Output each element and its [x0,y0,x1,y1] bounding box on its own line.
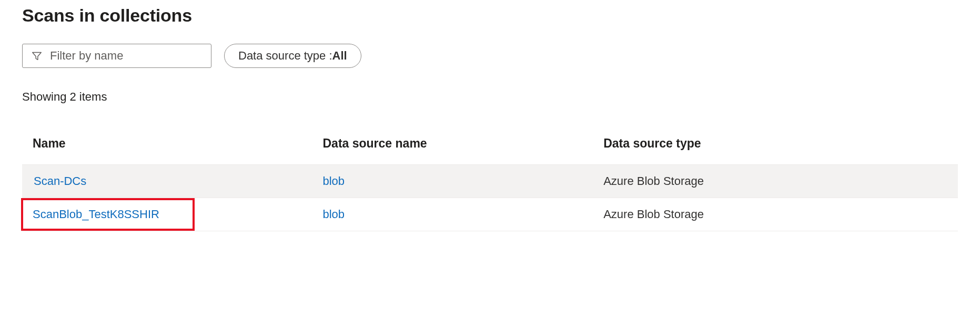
scans-table: Name Data source name Data source type S… [22,129,958,231]
data-source-type-cell: Azure Blob Storage [593,165,958,198]
scan-name-link[interactable]: Scan-DCs [34,174,86,188]
highlighted-scan-cell: ScanBlob_TestK8SSHIR [21,198,195,231]
table-row[interactable]: Scan-DCs blob Azure Blob Storage [22,165,958,198]
filter-input[interactable] [50,49,203,63]
table-header-row: Name Data source name Data source type [22,129,958,165]
pill-label: Data source type : [238,49,332,63]
filter-icon [31,50,43,62]
table-row[interactable]: ScanBlob_TestK8SSHIR blob Azure Blob Sto… [22,198,958,231]
data-source-type-cell: Azure Blob Storage [593,198,958,231]
data-source-link[interactable]: blob [322,174,345,188]
data-source-type-filter[interactable]: Data source type : All [224,44,361,68]
col-header-name[interactable]: Name [22,129,312,165]
scan-name-link[interactable]: ScanBlob_TestK8SSHIR [33,208,159,221]
col-header-type[interactable]: Data source type [593,129,958,165]
page-title: Scans in collections [22,5,958,26]
showing-count: Showing 2 items [22,90,958,104]
controls-row: Data source type : All [22,44,958,68]
scan-name-cell: Scan-DCs [33,174,87,188]
col-header-source[interactable]: Data source name [312,129,593,165]
filter-by-name-box[interactable] [22,44,211,68]
pill-value: All [332,49,347,63]
data-source-link[interactable]: blob [322,208,345,221]
